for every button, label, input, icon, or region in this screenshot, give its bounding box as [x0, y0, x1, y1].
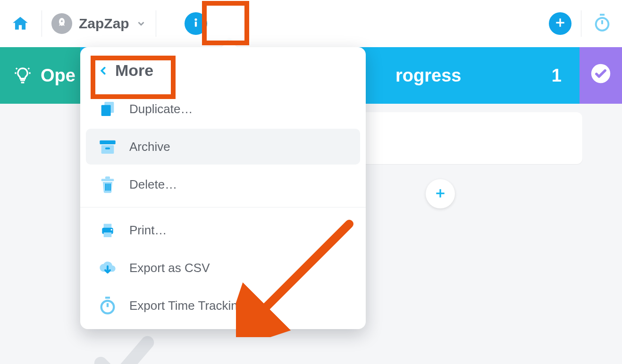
menu-item-label: Export Time Tracking	[129, 298, 244, 313]
menu-item-delete[interactable]: Delete…	[86, 166, 360, 202]
column-open[interactable]: Ope	[0, 47, 80, 104]
menu-item-label: Delete…	[129, 177, 177, 192]
add-button[interactable]	[549, 12, 572, 35]
menu-item-duplicate[interactable]: Duplicate…	[86, 91, 360, 127]
more-menu-popover: More Duplicate… Archive Delete… Print… E…	[80, 47, 366, 329]
info-icon	[190, 17, 202, 31]
svg-point-18	[101, 301, 114, 314]
menu-item-archive[interactable]: Archive	[86, 129, 360, 165]
menu-item-print[interactable]: Print…	[86, 212, 360, 248]
plus-icon	[434, 185, 446, 203]
chevron-left-icon	[98, 64, 109, 78]
topbar: ZapZap	[0, 0, 622, 47]
svg-rect-16	[104, 232, 112, 237]
column-done[interactable]	[580, 47, 622, 104]
menu-item-label: Export as CSV	[129, 261, 210, 275]
svg-rect-12	[107, 183, 109, 190]
rocket-icon	[56, 17, 67, 30]
plus-icon	[554, 17, 566, 31]
column-in-progress-count: 1	[552, 66, 566, 86]
home-icon	[11, 15, 29, 33]
project-selector[interactable]: ZapZap	[51, 13, 146, 34]
svg-rect-13	[109, 183, 111, 190]
svg-rect-8	[105, 148, 110, 149]
menu-item-label: Print…	[129, 223, 167, 238]
archive-icon	[97, 137, 118, 156]
check-circle-icon	[590, 63, 611, 88]
cloud-download-icon	[97, 258, 118, 277]
svg-rect-15	[104, 224, 112, 228]
project-name: ZapZap	[79, 16, 129, 32]
lightbulb-icon	[13, 66, 32, 85]
stopwatch-icon	[593, 13, 612, 34]
menu-item-export-time-tracking[interactable]: Export Time Tracking	[86, 288, 360, 323]
divider	[42, 10, 42, 37]
more-menu-title: More	[115, 61, 153, 80]
menu-item-label: Duplicate…	[129, 102, 193, 116]
svg-rect-5	[101, 105, 111, 116]
svg-rect-9	[101, 179, 114, 181]
printer-icon	[97, 221, 118, 240]
menu-separator	[80, 207, 366, 207]
info-button[interactable]	[185, 12, 207, 35]
duplicate-icon	[97, 99, 118, 118]
checkmark-watermark-icon	[89, 335, 160, 364]
divider	[581, 10, 581, 37]
divider	[156, 10, 156, 37]
stopwatch-icon	[97, 296, 118, 315]
svg-rect-11	[105, 183, 107, 190]
menu-item-label: Archive	[129, 140, 170, 154]
svg-point-0	[194, 18, 197, 21]
chevron-down-icon	[136, 18, 146, 29]
svg-point-2	[596, 18, 609, 31]
trash-icon	[97, 175, 118, 194]
more-menu-header[interactable]: More	[84, 51, 362, 89]
menu-item-export-csv[interactable]: Export as CSV	[86, 250, 360, 286]
svg-point-17	[111, 229, 112, 231]
home-button[interactable]	[8, 12, 32, 35]
add-card-button[interactable]	[426, 179, 455, 208]
timer-button[interactable]	[591, 12, 614, 35]
svg-rect-6	[100, 141, 115, 144]
project-avatar	[51, 13, 72, 34]
svg-rect-1	[195, 22, 197, 27]
column-open-label: Ope	[41, 66, 76, 86]
svg-rect-10	[105, 176, 110, 179]
